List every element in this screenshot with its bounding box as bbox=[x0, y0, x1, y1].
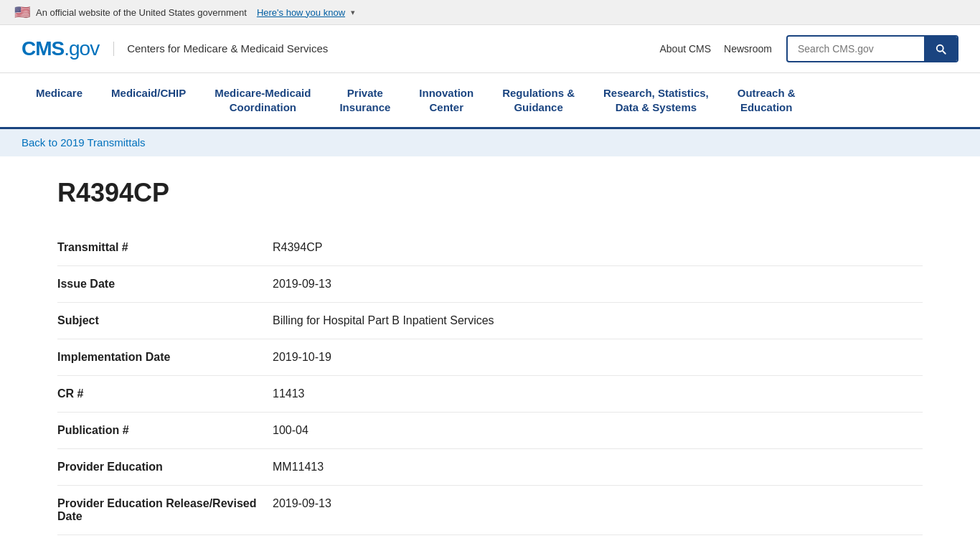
table-row: Subject Billing for Hospital Part B Inpa… bbox=[57, 303, 923, 339]
gov-banner-text: An official website of the United States… bbox=[36, 7, 247, 18]
search-icon bbox=[934, 42, 947, 55]
table-row: CR # 11413 bbox=[57, 376, 923, 413]
nav-list: Medicare Medicaid/CHIP Medicare-Medicaid… bbox=[22, 73, 958, 127]
nav-item-medicaid: Medicaid/CHIP bbox=[97, 73, 200, 127]
page-title: R4394CP bbox=[57, 178, 923, 208]
detail-table: Transmittal # R4394CP Issue Date 2019-09… bbox=[57, 230, 923, 535]
header-left: CMS.gov Centers for Medicare & Medicaid … bbox=[22, 39, 328, 59]
search-box bbox=[786, 35, 958, 62]
nav-item-private-insurance: PrivateInsurance bbox=[325, 73, 405, 127]
table-row: Implementation Date 2019-10-19 bbox=[57, 339, 923, 376]
search-input[interactable] bbox=[788, 37, 924, 60]
field-label: Subject bbox=[57, 303, 273, 339]
field-value: 100-04 bbox=[273, 413, 923, 449]
field-label: Implementation Date bbox=[57, 339, 273, 376]
nav-item-innovation: InnovationCenter bbox=[405, 73, 488, 127]
agency-name: Centers for Medicare & Medicaid Services bbox=[113, 42, 328, 56]
field-value: Billing for Hospital Part B Inpatient Se… bbox=[273, 303, 923, 339]
nav-item-regulations: Regulations &Guidance bbox=[488, 73, 589, 127]
us-flag-icon: 🇺🇸 bbox=[14, 4, 30, 20]
field-value: 2019-10-19 bbox=[273, 339, 923, 376]
field-value: 2019-09-13 bbox=[273, 266, 923, 303]
nav-item-medicare: Medicare bbox=[22, 73, 97, 127]
field-label: CR # bbox=[57, 376, 273, 413]
nav-link-regulations[interactable]: Regulations &Guidance bbox=[488, 73, 589, 127]
table-row: Provider Education Release/Revised Date … bbox=[57, 486, 923, 535]
field-value: 2019-09-13 bbox=[273, 486, 923, 535]
nav-item-outreach: Outreach &Education bbox=[723, 73, 810, 127]
field-label: Provider Education bbox=[57, 449, 273, 486]
nav-item-coordination: Medicare-MedicaidCoordination bbox=[200, 73, 325, 127]
nav-link-medicare[interactable]: Medicare bbox=[22, 73, 97, 113]
field-value: 11413 bbox=[273, 376, 923, 413]
logo-cms: CMS bbox=[22, 37, 64, 60]
site-header: CMS.gov Centers for Medicare & Medicaid … bbox=[0, 25, 980, 73]
gov-banner: 🇺🇸 An official website of the United Sta… bbox=[0, 0, 980, 25]
header-links: About CMS Newsroom bbox=[660, 43, 773, 55]
how-you-know-link[interactable]: Here's how you know bbox=[257, 7, 345, 18]
nav-item-research: Research, Statistics,Data & Systems bbox=[589, 73, 723, 127]
header-right: About CMS Newsroom bbox=[660, 35, 959, 62]
field-label: Publication # bbox=[57, 413, 273, 449]
chevron-down-icon: ▾ bbox=[351, 8, 355, 17]
main-content: R4394CP Transmittal # R4394CP Issue Date… bbox=[0, 156, 980, 551]
table-row: Transmittal # R4394CP bbox=[57, 230, 923, 266]
main-nav: Medicare Medicaid/CHIP Medicare-Medicaid… bbox=[0, 73, 980, 129]
field-label: Provider Education Release/Revised Date bbox=[57, 486, 273, 535]
field-value: R4394CP bbox=[273, 230, 923, 266]
field-label: Transmittal # bbox=[57, 230, 273, 266]
nav-link-innovation[interactable]: InnovationCenter bbox=[405, 73, 488, 127]
nav-link-outreach[interactable]: Outreach &Education bbox=[723, 73, 810, 127]
nav-link-medicaid[interactable]: Medicaid/CHIP bbox=[97, 73, 200, 113]
table-row: Publication # 100-04 bbox=[57, 413, 923, 449]
table-row: Issue Date 2019-09-13 bbox=[57, 266, 923, 303]
about-cms-link[interactable]: About CMS bbox=[660, 43, 712, 55]
field-label: Issue Date bbox=[57, 266, 273, 303]
logo-dot-gov: .gov bbox=[64, 37, 99, 60]
breadcrumb-link[interactable]: Back to 2019 Transmittals bbox=[22, 136, 146, 149]
search-button[interactable] bbox=[924, 37, 957, 61]
nav-link-research[interactable]: Research, Statistics,Data & Systems bbox=[589, 73, 723, 127]
field-value: MM11413 bbox=[273, 449, 923, 486]
table-row: Provider Education MM11413 bbox=[57, 449, 923, 486]
cms-logo[interactable]: CMS.gov bbox=[22, 39, 99, 59]
nav-link-coordination[interactable]: Medicare-MedicaidCoordination bbox=[200, 73, 325, 127]
breadcrumb-bar: Back to 2019 Transmittals bbox=[0, 129, 980, 156]
nav-link-private-insurance[interactable]: PrivateInsurance bbox=[325, 73, 405, 127]
newsroom-link[interactable]: Newsroom bbox=[724, 43, 772, 55]
